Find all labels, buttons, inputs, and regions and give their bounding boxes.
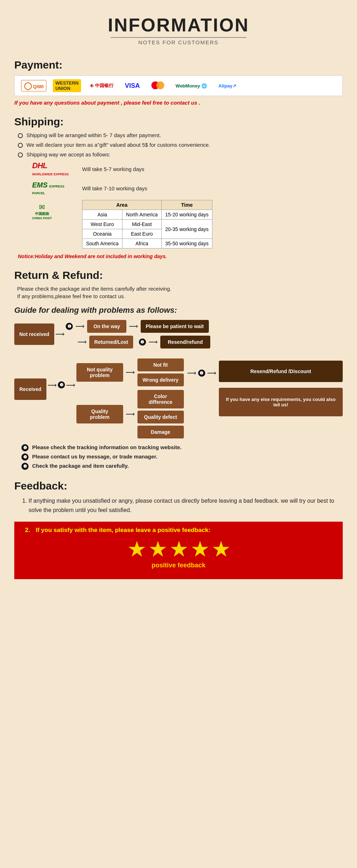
notes-list: ❶ Please check the tracking information … bbox=[21, 444, 343, 470]
not-fit-box: Not fit bbox=[137, 358, 184, 371]
resend-refund-box-top: Resend/refund bbox=[160, 336, 210, 348]
not-quality-box: Not quality problem bbox=[76, 363, 123, 382]
color-difference-box: Color difference bbox=[137, 390, 184, 408]
chinapost-icon: ✉ bbox=[39, 203, 45, 211]
shipping-bullets: Shipping will be arranged within 5- 7 da… bbox=[18, 132, 343, 157]
note-num-1: ❶ bbox=[21, 444, 29, 451]
ems-row: EMS EXPRESS PARCEL Will take 7-10 workin… bbox=[32, 181, 343, 196]
ems-logo: EMS bbox=[32, 181, 47, 189]
num-badge-2b: ❷ bbox=[198, 370, 205, 377]
received-box: Received bbox=[14, 378, 46, 400]
ems-logo-box: EMS EXPRESS PARCEL bbox=[32, 181, 75, 196]
payment-logos-bar: ◯ QIWI WESTERNUNION ⊕ 中国银行 VISA WebMoney… bbox=[14, 75, 343, 96]
shipping-bullet-2: We will declare your item as a"gift" val… bbox=[18, 142, 343, 148]
num-badge-2a: ❷ bbox=[139, 338, 146, 346]
wrong-delivery-box: Wrong delivery bbox=[137, 373, 184, 386]
payment-note: If you have any questions about payment … bbox=[14, 100, 343, 106]
chinapost-row: ✉ 中国邮政 CHINA POST Area Time Asia North A… bbox=[32, 200, 343, 249]
page-header: INFORMATION NOTES FOR CUSTOMERS bbox=[14, 7, 343, 49]
alipay-logo: Alipay↗ bbox=[216, 82, 239, 90]
return-refund-section: Return & Refund: Please check the packag… bbox=[14, 269, 343, 470]
feedback-list: If anything make you unsatisfied or angr… bbox=[14, 496, 343, 515]
star-4: ★ bbox=[191, 539, 208, 560]
bullet-icon-2 bbox=[18, 143, 23, 148]
dhl-logo: DHL bbox=[32, 161, 47, 170]
return-intro-1: Please check the package and the items c… bbox=[17, 286, 343, 292]
qiwi-logo: ◯ QIWI bbox=[21, 80, 46, 91]
arrow1: ⟶ bbox=[54, 320, 66, 348]
feedback-red-box: 2. If you satisfy with the item, please … bbox=[14, 522, 343, 579]
guide-title: Guide for dealing with problems as follo… bbox=[14, 306, 343, 315]
china-bank-logo: ⊕ 中国银行 bbox=[87, 81, 116, 90]
stars-row: ★ ★ ★ ★ ★ bbox=[25, 534, 332, 562]
payment-title: Payment: bbox=[14, 59, 343, 71]
chinapost-logo-box: ✉ 中国邮政 CHINA POST bbox=[32, 200, 75, 220]
dhl-logo-box: DHL WORLDWIDE EXPRESS bbox=[32, 161, 75, 177]
damage-box: Damage bbox=[137, 426, 184, 438]
star-2: ★ bbox=[149, 539, 166, 560]
payment-section: Payment: ◯ QIWI WESTERNUNION ⊕ 中国银行 VISA… bbox=[14, 59, 343, 106]
ems-time: Will take 7-10 working days bbox=[82, 185, 147, 191]
shipping-bullet-3: Shipping way we accept as follows: bbox=[18, 151, 343, 157]
fb-num-2: 2. bbox=[25, 527, 32, 534]
chinapost-table: Area Time Asia North America 15-20 worki… bbox=[82, 200, 212, 249]
shipping-notice: Notice:Holiday and Weekend are not inclu… bbox=[18, 254, 343, 259]
table-row: South America Africa 35-50 working days bbox=[82, 239, 212, 249]
visa-logo: VISA bbox=[122, 81, 142, 91]
on-the-way-box: On the way bbox=[87, 320, 126, 333]
table-row: Asia North America 15-20 working days bbox=[82, 210, 212, 220]
star-1: ★ bbox=[128, 539, 145, 560]
header-divider bbox=[111, 37, 246, 38]
note-3: ❸ Check the package and item carefully. bbox=[21, 463, 343, 470]
shipping-section: Shipping: Shipping will be arranged with… bbox=[14, 116, 343, 259]
western-union-logo: WESTERNUNION bbox=[53, 79, 81, 92]
quality-defect-box: Quality defect bbox=[137, 411, 184, 423]
chinapost-text: 中国邮政 bbox=[35, 211, 49, 216]
flowchart: Not received ⟶ ❶ ⟶ On the way ⟶ Please b… bbox=[14, 320, 343, 470]
num-badge-1: ❶ bbox=[66, 323, 73, 330]
not-received-box: Not received bbox=[14, 323, 54, 345]
please-wait-box: Please be patient to wait bbox=[141, 320, 209, 333]
return-title: Return & Refund: bbox=[14, 269, 343, 281]
feedback-section: Feedback: If anything make you unsatisfi… bbox=[14, 480, 343, 579]
webmoney-logo: WebMoney 🌐 bbox=[173, 82, 210, 90]
dhl-row: DHL WORLDWIDE EXPRESS Will take 5-7 work… bbox=[32, 161, 343, 177]
shipping-title: Shipping: bbox=[14, 116, 343, 128]
shipping-bullet-1: Shipping will be arranged within 5- 7 da… bbox=[18, 132, 343, 138]
not-received-flow: Not received ⟶ ❶ ⟶ On the way ⟶ Please b… bbox=[14, 320, 343, 348]
table-row: West Euro Mid-East 20-35 working days bbox=[82, 220, 212, 229]
note-num-2: ❷ bbox=[21, 453, 29, 461]
note-num-3: ❸ bbox=[21, 463, 29, 470]
received-flow: Received ⟶ ❸ ⟶ Not quality problem ⟶ bbox=[14, 353, 343, 438]
mastercard-logo bbox=[149, 80, 167, 91]
if-else-box: If you have any else requirements, you c… bbox=[219, 388, 343, 416]
feedback-title: Feedback: bbox=[14, 480, 343, 492]
return-intro-2: If any problems,please feel free to cont… bbox=[17, 293, 343, 299]
feedback-item-1: If anything make you unsatisfied or angr… bbox=[29, 496, 343, 515]
bullet-icon-3 bbox=[18, 152, 23, 157]
note-1: ❶ Please check the tracking information … bbox=[21, 444, 343, 451]
star-5: ★ bbox=[212, 539, 229, 560]
page-title: INFORMATION bbox=[14, 14, 343, 36]
star-3: ★ bbox=[170, 539, 187, 560]
returned-lost-box: Returned/Lost bbox=[89, 336, 133, 348]
note-2: ❷ Please contact us by message, or trade… bbox=[21, 453, 343, 461]
num-badge-3: ❸ bbox=[58, 381, 65, 388]
table-header-area: Area bbox=[82, 200, 162, 210]
bullet-icon-1 bbox=[18, 133, 23, 138]
resend-refund-discount-box: Resend/Refund /Discount bbox=[219, 361, 343, 382]
positive-feedback-label: positive feedback bbox=[25, 562, 332, 574]
page-subtitle: NOTES FOR CUSTOMERS bbox=[14, 39, 343, 45]
table-header-time: Time bbox=[161, 200, 212, 210]
quality-problem-box: Quality problem bbox=[76, 405, 123, 423]
dhl-time: Will take 5-7 working days bbox=[82, 166, 144, 172]
